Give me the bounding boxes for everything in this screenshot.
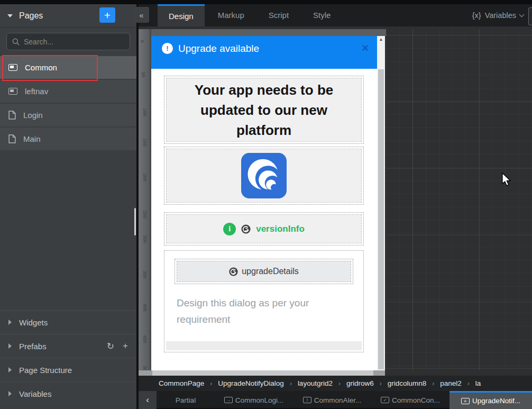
breadcrumb-item[interactable]: gridcolumn8 (388, 379, 427, 387)
tab-design[interactable]: Design (158, 4, 205, 26)
dialog-close-icon[interactable]: × (362, 41, 369, 55)
refresh-prefabs-icon[interactable]: ↻ (107, 341, 114, 352)
canvas-vertical-scrollbar[interactable]: ▲ (377, 36, 385, 370)
sidebar-section-page-structure[interactable]: Page Structure (0, 358, 136, 381)
pages-panel-title: Pages (19, 11, 43, 21)
tabbar-back-button[interactable]: ‹ (139, 391, 157, 409)
add-page-button[interactable]: + (99, 7, 115, 23)
breadcrumb-item[interactable]: la (475, 379, 481, 387)
breadcrumb-separator: › (290, 380, 292, 387)
sidebar-canvas-divider (136, 0, 139, 409)
dialog-heading-text: Your app needs to be updated to our new … (177, 80, 351, 140)
add-prefab-icon[interactable]: + (123, 341, 128, 352)
dialog-title: Upgrade available (178, 43, 259, 54)
canvas-horizontal-scrollbar[interactable] (139, 370, 385, 376)
login-arrow-icon: → (224, 397, 233, 403)
bind-variable-icon (241, 224, 251, 234)
pages-panel-header[interactable]: Pages + (0, 4, 136, 28)
search-input[interactable] (24, 38, 119, 46)
page-item-label: Main (23, 134, 41, 143)
caret-right-icon (8, 367, 12, 372)
heading-widget[interactable]: Your app needs to be updated to our new … (164, 76, 364, 144)
version-info-widget[interactable]: i versionInfo (164, 212, 364, 246)
ruler-mark: 450 (142, 335, 148, 343)
page-item-label: Login (23, 111, 43, 120)
search-icon (12, 38, 20, 46)
mouse-cursor (501, 172, 512, 187)
caret-right-icon (8, 320, 12, 325)
ruler-mark: 250 (142, 210, 148, 218)
sidebar-section-variables[interactable]: Variables (0, 381, 136, 405)
section-label: Widgets (19, 318, 48, 327)
tab-label: CommonLogi... (235, 396, 284, 404)
scroll-up-arrow-icon[interactable]: ▲ (377, 37, 385, 42)
variables-x-icon: {x} (472, 11, 481, 20)
right-panel-edge[interactable] (528, 7, 532, 25)
panel-widget[interactable]: upgradeDetails Design this dialog as per… (164, 250, 364, 352)
ruler-mark: 200 (142, 173, 148, 181)
tab-common-login[interactable]: → CommonLogi... (215, 391, 293, 409)
collapse-sidebar-button[interactable]: « (134, 7, 149, 23)
top-black-strip (0, 0, 532, 4)
tab-script[interactable]: Script (258, 4, 300, 26)
breadcrumb-item[interactable]: UpgradeNotifyDialog (218, 379, 284, 387)
breadcrumb-separator: › (380, 380, 382, 387)
tab-label: CommonAler... (314, 396, 361, 404)
picture-widget[interactable] (164, 147, 364, 205)
sidebar-item-login[interactable]: Login (0, 104, 136, 127)
dialog-placeholder-text: Design this dialog as per your requireme… (177, 295, 351, 328)
vertical-scrollbar-thumb[interactable] (378, 69, 384, 369)
version-info-label: versionInfo (256, 224, 305, 234)
page-item-label: leftnav (25, 87, 48, 96)
ruler-mark: 0 (140, 40, 145, 42)
partial-icon (8, 64, 17, 71)
info-icon: i (223, 223, 236, 235)
tab-label: UpgradeNotif... (472, 397, 520, 405)
sidebar-item-main[interactable]: Main (0, 128, 136, 151)
tab-markup[interactable]: Markup (207, 4, 255, 26)
confirm-check-icon: ✓ (381, 397, 389, 403)
page-file-icon (8, 134, 16, 143)
caret-down-icon (7, 14, 13, 17)
vertical-ruler: 0 50 100 150 200 250 300 350 400 450 500 (139, 29, 151, 370)
section-label: Variables (19, 389, 51, 398)
pages-search-box[interactable] (6, 33, 130, 50)
sidebar-item-leftnav[interactable]: leftnav (0, 80, 136, 103)
sidebar-section-widgets[interactable]: Widgets (0, 310, 136, 334)
wavemaker-logo-icon (241, 153, 287, 198)
breadcrumb-item[interactable]: gridrow6 (346, 379, 374, 387)
breadcrumb-separator: › (338, 380, 341, 387)
dialog-design-page: ! Upgrade available × Your app needs to … (151, 36, 377, 370)
sidebar-scrollbar-thumb[interactable] (134, 208, 136, 235)
panel-footer-strip (166, 341, 362, 350)
breadcrumb-item[interactable]: layoutgrid2 (298, 379, 333, 387)
tab-common-confirm[interactable]: ✓ CommonCon... (371, 391, 450, 409)
section-label: Page Structure (19, 366, 72, 375)
widget-breadcrumb: CommonPage › UpgradeNotifyDialog › layou… (139, 376, 532, 391)
breadcrumb-item[interactable]: panel2 (440, 379, 462, 387)
sidebar-section-prefabs[interactable]: Prefabs ↻ + (0, 334, 136, 358)
open-files-tabbar: ‹ Partial → CommonLogi... ! CommonAler..… (139, 391, 532, 409)
ruler-mark: 100 (142, 108, 148, 116)
breadcrumb-separator: › (210, 380, 212, 387)
upgrade-details-button[interactable]: upgradeDetails (177, 261, 351, 282)
design-canvas: 0 50 100 150 200 250 300 350 400 450 500… (139, 26, 532, 376)
page-item-label: Common (25, 63, 57, 72)
tab-partial[interactable]: Partial (157, 391, 215, 409)
horizontal-scrollbar-thumb[interactable] (152, 370, 373, 376)
breadcrumb-item[interactable]: CommonPage (159, 379, 204, 387)
sidebar-item-common[interactable]: Common (0, 56, 136, 79)
tab-style[interactable]: Style (302, 4, 342, 26)
tab-upgrade-notify[interactable]: ≡ UpgradeNotif... (450, 391, 532, 409)
pages-sidebar: Pages + Common leftnav Login Main Widg (0, 0, 136, 409)
ruler-mark: 50 (141, 72, 146, 77)
tab-common-alert[interactable]: ! CommonAler... (293, 391, 371, 409)
upgrade-badge-icon: ! (162, 43, 173, 54)
dialog-window-icon: ≡ (461, 398, 470, 404)
dialog-header[interactable]: ! Upgrade available × (151, 36, 377, 69)
dialog-body: Your app needs to be updated to our new … (151, 69, 377, 370)
breadcrumb-separator: › (432, 380, 434, 387)
variables-panel-toggle[interactable]: {x} Variables (472, 4, 524, 26)
tab-label: Partial (176, 396, 196, 404)
chevron-down-icon (519, 12, 525, 17)
